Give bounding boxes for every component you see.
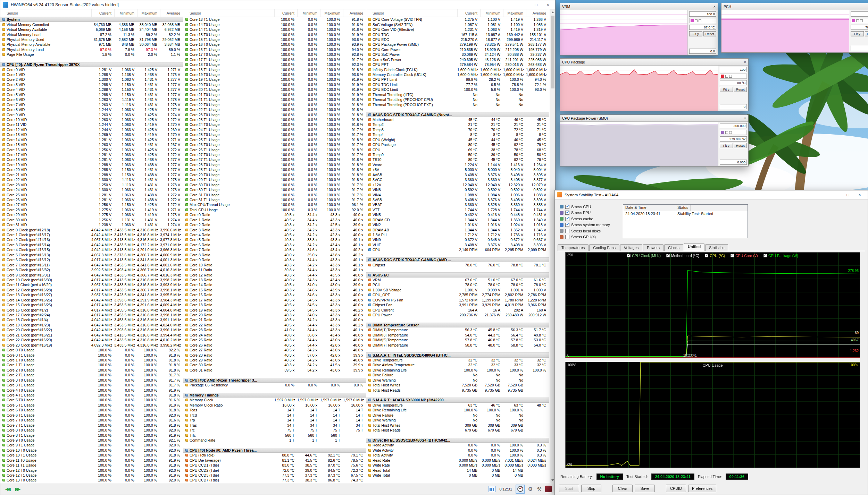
- sensor-row[interactable]: Core 9 T0 Usage 100.0 % 0.0 % 100.0 % 92…: [0, 438, 183, 443]
- sensor-row[interactable]: Motherboard 45 °C 44 °C 46 °C 45 °C: [366, 117, 549, 122]
- sensor-row[interactable]: Core 14 T1 Usage 100.0 % 0.0 % 100.0 % 9…: [183, 27, 366, 32]
- sensor-row[interactable]: Write Total 0 MB 0 MB 0 MB: [366, 473, 549, 478]
- sensor-row[interactable]: Core 4 T0 Usage 100.0 % 0.0 % 100.0 % 91…: [0, 387, 183, 392]
- sensor-row[interactable]: VIN4 1.088 V 1.084 V 1.096 V 1.088 V: [366, 192, 549, 197]
- sensor-row[interactable]: Read Rate 0.000 MB/s 0.000 MB/s 7.031 MB…: [366, 458, 549, 463]
- sensor-row[interactable]: Core 30 T0 Usage 100.0 % 0.0 % 100.0 % 9…: [183, 182, 366, 187]
- sensor-row[interactable]: Drive: INTEL SSDSC2BX480G4 (BTHC5042...: [366, 438, 549, 443]
- sensor-row[interactable]: Core 18 VID 1.281 V 1.063 V 1.438 V 1.27…: [0, 157, 183, 162]
- sensor-row[interactable]: CPU Current 164 A 16 A 202 A 160 A: [366, 307, 549, 312]
- sensor-row[interactable]: Drive Warning No No No: [366, 378, 549, 383]
- sensor-row[interactable]: Core 13 Clock (perf #16/27) 3,987.5 MHz …: [0, 292, 183, 297]
- min-checkbox[interactable]: [856, 19, 859, 22]
- sensor-row[interactable]: Infinity Fabric Clock (FCLK) 1,600.0 MHz…: [366, 67, 549, 72]
- reset-button[interactable]: Reset: [865, 31, 868, 36]
- sensor-row[interactable]: Drive Remaining Life 100.0 % 100.0 % 100…: [366, 408, 549, 412]
- sensor-row[interactable]: Core 2 Clock (perf #14/16) 4,067.3 MHz 3…: [0, 237, 183, 242]
- sensor-row[interactable]: [0, 57, 183, 62]
- sensor-row[interactable]: Virtual Memory Load 87.2 % 11.3 % 89.2 %…: [0, 32, 183, 37]
- sensor-row[interactable]: [366, 393, 549, 398]
- sensor-row[interactable]: Core 3 Clock (perf #15/14) 4,042.4 MHz 3…: [0, 242, 183, 247]
- sensor-row[interactable]: Core 3 Ratio 40.5 x 34.2 x 43.3 x 40.0 x: [183, 227, 366, 232]
- sensor-row[interactable]: Core 2 Ratio 40.8 x 34.2 x 42.5 x 39.9 x: [183, 222, 366, 227]
- sensor-row[interactable]: Core 6 Ratio 40.3 x 34.2 x 43.4 x 40.1 x: [183, 242, 366, 247]
- sensor-row[interactable]: Thermal Throttling (PROCHOT EXT.) No No …: [366, 102, 549, 107]
- sensor-row[interactable]: Core 4 T1 Usage 100.0 % 0.0 % 100.0 % 91…: [0, 393, 183, 398]
- stress-option[interactable]: Stress FPU: [560, 210, 620, 216]
- series-swatch[interactable]: [691, 19, 694, 22]
- sensor-row[interactable]: Thermal Throttling (HTC) No No No: [366, 92, 549, 97]
- log-row[interactable]: 24.04.2020 18:23:41 Stability Test: Star…: [623, 211, 748, 217]
- sensor-row[interactable]: CPU PPT 279.584 W 78.954 W 280.016 W 263…: [366, 62, 549, 67]
- sensor-row[interactable]: Core 1 T1 Usage 100.0 % 0.0 % 100.0 % 91…: [0, 362, 183, 367]
- sensor-row[interactable]: Physical Memory Load 97.0 % 7.9 % 97.3 %…: [0, 47, 183, 52]
- sensor-row[interactable]: Core 4 Clock (perf #16/15) 4,042.4 MHz 3…: [0, 247, 183, 252]
- y-min-input[interactable]: 0: [720, 104, 747, 109]
- sensor-row[interactable]: Core 26 T0 Usage 100.0 % 0.0 % 100.0 % 9…: [183, 142, 366, 147]
- sensor-row[interactable]: VBAT 3.360 V 3.328 V 3.360 V 3.353 V: [366, 202, 549, 207]
- tab[interactable]: Temperatures: [558, 244, 589, 251]
- sensor-row[interactable]: Core 11 VID 1.244 V 1.063 V 1.419 V 1.27…: [0, 122, 183, 127]
- tab[interactable]: Statistics: [705, 244, 728, 251]
- sensor-row[interactable]: Physical Memory Used 31,675 MB 2,582 MB …: [0, 37, 183, 42]
- sensor-row[interactable]: Core 17 T0 Usage 100.0 % 0.0 % 100.0 % 9…: [183, 52, 366, 57]
- sensor-row[interactable]: Physical Memory Available 971 MB 848 MB …: [0, 42, 183, 47]
- sensor-row[interactable]: Chipset Fan 3,991 RPM 3,929 RPM 4,019 RP…: [366, 302, 549, 307]
- sensor-row[interactable]: Core 0 VID 1.281 V 1.063 V 1.425 V 1.271…: [0, 67, 183, 72]
- tab[interactable]: Clocks: [664, 244, 683, 251]
- sensor-row[interactable]: Core 17 Clock (perf #2/24) 4,017.4 MHz 3…: [0, 313, 183, 317]
- sensor-row[interactable]: Core 27 Ratio 40.5 x 34.2 x 43.0 x 40.0 …: [183, 348, 366, 352]
- sensor-row[interactable]: Core 31 Ratio 39.5 x 34.2 x 43.0 x 39.9 …: [183, 368, 366, 373]
- sensor-row[interactable]: Core 8 T0 Usage 100.0 % 0.0 % 100.0 % 92…: [0, 428, 183, 433]
- sensor-row[interactable]: Temp2 21 °C 21 °C 21 °C 21 °C: [366, 122, 549, 127]
- sensor-row[interactable]: Core 7 Clock (perf #16/11) 4,042.4 MHz 3…: [0, 262, 183, 267]
- sensor-row[interactable]: Core 24 VID 1.300 V 1.063 V 1.431 V 1.27…: [0, 187, 183, 192]
- sensor-row[interactable]: DIMM[3] Temperature 54.0 °C 44.3 °C 56.4…: [366, 333, 549, 338]
- sensor-row[interactable]: Temp3 70 °C 70 °C 72 °C 71 °C: [366, 127, 549, 132]
- sensor-row[interactable]: Core 17 Ratio 40.5 x 34.5 x 43.3 x 40.0 …: [183, 298, 366, 302]
- stress-option[interactable]: Stress GPU(s): [560, 234, 620, 240]
- sensor-row[interactable]: Core 19 T1 Usage 100.0 % 0.0 % 100.0 % 9…: [183, 77, 366, 82]
- sensor-row[interactable]: Core 23 T1 Usage 100.0 % 0.0 % 100.0 % 9…: [183, 117, 366, 122]
- sensor-row[interactable]: Core 1 VID 1.288 V 1.138 V 1.438 V 1.276…: [0, 72, 183, 77]
- sensor-row[interactable]: Trfc 560 T 560 T 560 T: [183, 433, 366, 437]
- sensor-row[interactable]: Core 6 VID 1.263 V 1.119 V 1.431 V 1.278…: [0, 97, 183, 102]
- sensor-row[interactable]: Core 14 Ratio 40.5 x 34.0 x 43.0 x 39.9 …: [183, 282, 366, 287]
- sensor-row[interactable]: CPU (Weight) 45 °C 44 °C 46 °C 45 °C: [366, 137, 549, 142]
- sensor-row[interactable]: Core 26 Ratio 40.5 x 34.4 x 42.8 x 40.0 …: [183, 342, 366, 347]
- sensor-row[interactable]: Core 24 T0 Usage 100.0 % 0.0 % 100.0 % 9…: [183, 122, 366, 127]
- sensor-row[interactable]: CPU [#0]: AMD Ryzen Threadripper 3...: [183, 378, 366, 383]
- sensor-row[interactable]: Core 28 VID 1.275 V 1.063 V 1.419 V 1.27…: [0, 207, 183, 212]
- sensor-row[interactable]: Core 21 VID 1.288 V 1.150 V 1.438 V 1.27…: [0, 172, 183, 177]
- settings-gear-icon[interactable]: ⚙: [527, 486, 533, 492]
- sensor-row[interactable]: VRM 67.0 °C 51.0 °C 67.0 °C 61.6 °C: [366, 278, 549, 282]
- sensor-row[interactable]: Core 8 T1 Usage 100.0 % 0.0 % 100.0 % 91…: [0, 433, 183, 437]
- legend-checkbox-icon[interactable]: [705, 254, 708, 257]
- sensor-row[interactable]: CPU CCD2 (Tdie) 72.0 °C 39.0 °C 84.5 °C …: [183, 468, 366, 472]
- sensor-row[interactable]: Core 9 Clock (perf #16/31) 4,042.4 MHz 3…: [0, 272, 183, 277]
- sensor-row[interactable]: Core 21 Clock (perf #16/21) 4,042.4 MHz …: [0, 333, 183, 338]
- max-checkbox[interactable]: [729, 131, 732, 134]
- checkbox[interactable]: [565, 223, 569, 227]
- sensor-row[interactable]: Core 10 Clock (perf #16/30) 4,017.4 MHz …: [0, 278, 183, 282]
- sensor-row[interactable]: Core 8 VID 1.244 V 1.063 V 1.425 V 1.272…: [0, 107, 183, 112]
- sensor-row[interactable]: Core 10 VID 1.263 V 1.063 V 1.425 V 1.27…: [0, 117, 183, 122]
- sensor-row[interactable]: Core 19 T0 Usage 100.0 % 0.0 % 100.0 % 9…: [183, 72, 366, 77]
- sensor-row[interactable]: Drive Failure No No No: [366, 373, 549, 377]
- sensor-row[interactable]: TS10 80 °C 45 °C 92 °C 79 °C: [366, 157, 549, 162]
- sensor-row[interactable]: CPU CCD1 (Tdie) 83.0 °C 38.5 °C 87.0 °C …: [183, 463, 366, 468]
- sensor-row[interactable]: Core 30 T1 Usage 100.0 % 0.0 % 100.0 % 9…: [183, 187, 366, 192]
- sensor-row[interactable]: Virtual Memory Available 5,069 MB 4,156 …: [0, 27, 183, 32]
- sensor-row[interactable]: Memory Clock 1,597.0 MHz 1,597.0 MHz 1,5…: [183, 398, 366, 402]
- sensor-row[interactable]: VIN2 1.016 V 1.016 V 1.024 V 1.018 V: [366, 222, 549, 227]
- sensor-row[interactable]: Read Activity 0.0 % 0.0 % 100.0 % 0.3 %: [366, 443, 549, 447]
- sensor-row[interactable]: [366, 107, 549, 112]
- sensor-row[interactable]: Core 0 Clock (perf #12/18) 4,042.4 MHz 3…: [0, 227, 183, 232]
- sensor-row[interactable]: Core 15 Clock (perf #16/25) 4,017.4 MHz …: [0, 302, 183, 307]
- sensor-row[interactable]: CPU Power 200.736 W 21.376 W 250.480 W 2…: [366, 313, 549, 317]
- sensor-row[interactable]: Core 8 Clock (perf #16/32) 3,992.5 MHz 3…: [0, 267, 183, 272]
- sensor-row[interactable]: Core 10 T0 Usage 100.0 % 0.0 % 100.0 % 9…: [0, 448, 183, 453]
- sensor-row[interactable]: Core 5 Ratio 40.8 x 33.8 x 43.8 x 40.1 x: [183, 237, 366, 242]
- sensor-row[interactable]: Core 18 T0 Usage 100.0 % 0.0 % 100.0 % 9…: [183, 62, 366, 67]
- scrollbar-thumb[interactable]: [551, 16, 554, 88]
